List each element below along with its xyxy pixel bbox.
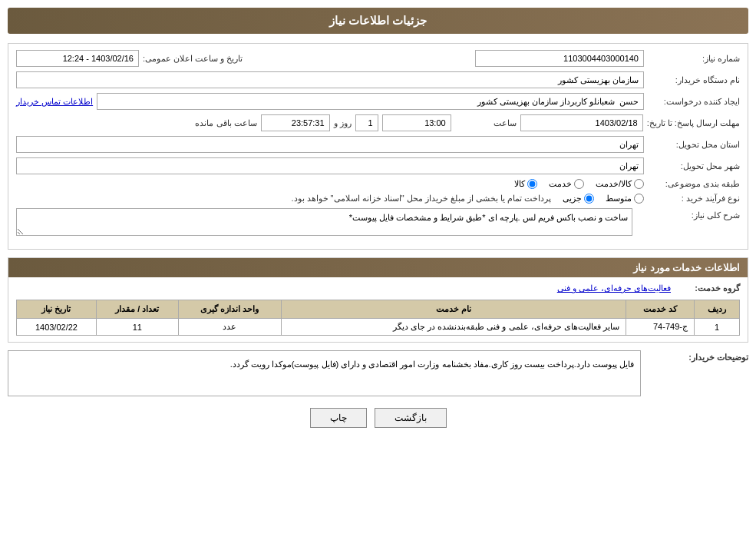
purchase-type-row: نوع فرآیند خرید : متوسط جزیی پرداخت تمام… [16, 194, 740, 204]
buyer-org-label: نام دستگاه خریدار: [648, 75, 740, 85]
province-row: استان محل تحویل: [16, 136, 740, 153]
page-title: جزئیات اطلاعات نیاز [8, 8, 748, 34]
remaining-days-label: روز و [334, 118, 352, 128]
category-radio-group: کالا/خدمت خدمت کالا [514, 179, 644, 189]
col-service-code: کد خدمت [626, 300, 694, 319]
cell-unit: عدد [178, 319, 281, 336]
col-quantity: تعداد / مقدار [96, 300, 178, 319]
button-row: بازگشت چاپ [8, 408, 748, 436]
announcement-row: شماره نیاز: تاریخ و ساعت اعلان عمومی: [16, 50, 740, 67]
need-description-label: شرح کلی نیاز: [640, 208, 740, 220]
creator-input[interactable] [97, 93, 644, 110]
purchase-type-label: نوع فرآیند خرید : [648, 194, 740, 204]
remaining-time-input[interactable] [261, 114, 330, 131]
buyer-description-label: توضیحات خریدار: [649, 350, 748, 363]
services-section-header: اطلاعات خدمات مورد نیاز [8, 258, 748, 277]
buyer-description-box: فایل پیوست دارد.پرداخت بیست روز کاری.مفا… [8, 350, 641, 396]
deadline-time-label: ساعت [455, 118, 517, 128]
group-row: گروه خدمت: فعالیت‌های حرفه‌ای، علمی و فن… [16, 283, 740, 293]
main-info-section: شماره نیاز: تاریخ و ساعت اعلان عمومی: نا… [8, 43, 748, 250]
cell-row-num: 1 [694, 319, 739, 336]
cell-service-code: ج-749-74 [626, 319, 694, 336]
group-value-link[interactable]: فعالیت‌های حرفه‌ای، علمی و فنی [557, 283, 671, 293]
category-option-khedmat[interactable]: خدمت [549, 179, 584, 189]
deadline-label: مهلت ارسال پاسخ: تا تاریخ: [647, 118, 740, 128]
category-label: طبقه بندی موضوعی: [648, 179, 740, 189]
col-unit: واحد اندازه گیری [178, 300, 281, 319]
province-input[interactable] [16, 136, 644, 153]
group-label: گروه خدمت: [678, 283, 740, 293]
creator-row: ایجاد کننده درخواست: اطلاعات تماس خریدار [16, 93, 740, 110]
category-row: طبقه بندی موضوعی: کالا/خدمت خدمت کالا [16, 179, 740, 189]
col-service-name: نام خدمت [281, 300, 626, 319]
cell-date: 1403/02/22 [17, 319, 97, 336]
table-row: 1 ج-749-74 سایر فعالیت‌های حرفه‌ای، علمی… [17, 319, 740, 336]
need-description-textarea[interactable] [16, 208, 632, 236]
category-option-kala-khedmat[interactable]: کالا/خدمت [596, 179, 644, 189]
services-section: اطلاعات خدمات مورد نیاز گروه خدمت: فعالی… [8, 257, 748, 343]
col-row-num: ردیف [694, 300, 739, 319]
remaining-days-input[interactable] [355, 114, 378, 131]
services-table: ردیف کد خدمت نام خدمت واحد اندازه گیری ت… [16, 300, 740, 336]
page-wrapper: جزئیات اطلاعات نیاز شماره نیاز: تاریخ و … [0, 0, 756, 540]
col-date: تاریخ نیاز [17, 300, 97, 319]
remaining-suffix: ساعت باقی مانده [195, 118, 256, 128]
province-label: استان محل تحویل: [648, 140, 740, 150]
purchase-type-radio-group: متوسط جزیی [563, 194, 644, 204]
cell-service-name: سایر فعالیت‌های حرفه‌ای، علمی و فنی طبقه… [281, 319, 626, 336]
deadline-row: مهلت ارسال پاسخ: تا تاریخ: ساعت روز و سا… [16, 114, 740, 131]
announcement-number-label: شماره نیاز: [648, 54, 740, 64]
deadline-time-input[interactable] [382, 114, 451, 131]
buyer-description-row: توضیحات خریدار: فایل پیوست دارد.پرداخت ب… [8, 350, 748, 396]
deadline-date-input[interactable] [520, 114, 643, 131]
city-label: شهر محل تحویل: [648, 161, 740, 171]
category-option-kala[interactable]: کالا [514, 179, 537, 189]
announcement-datetime-input[interactable] [16, 50, 139, 67]
creator-contact-link[interactable]: اطلاعات تماس خریدار [16, 97, 93, 107]
back-button[interactable]: بازگشت [375, 408, 447, 428]
announcement-number-input[interactable] [475, 50, 644, 67]
creator-label: ایجاد کننده درخواست: [648, 97, 740, 107]
need-description-row: شرح کلی نیاز: [16, 208, 740, 238]
purchase-type-motawaset[interactable]: متوسط [606, 194, 644, 204]
purchase-type-note: پرداخت تمام یا بخشی از مبلغ خریداز محل "… [291, 194, 551, 204]
print-button[interactable]: چاپ [310, 408, 367, 428]
city-row: شهر محل تحویل: [16, 157, 740, 174]
buyer-org-input[interactable] [16, 71, 644, 88]
buyer-org-row: نام دستگاه خریدار: [16, 71, 740, 88]
cell-quantity: 11 [96, 319, 178, 336]
purchase-type-jozi[interactable]: جزیی [563, 194, 594, 204]
city-input[interactable] [16, 157, 644, 174]
announcement-datetime-label: تاریخ و ساعت اعلان عمومی: [143, 54, 243, 64]
